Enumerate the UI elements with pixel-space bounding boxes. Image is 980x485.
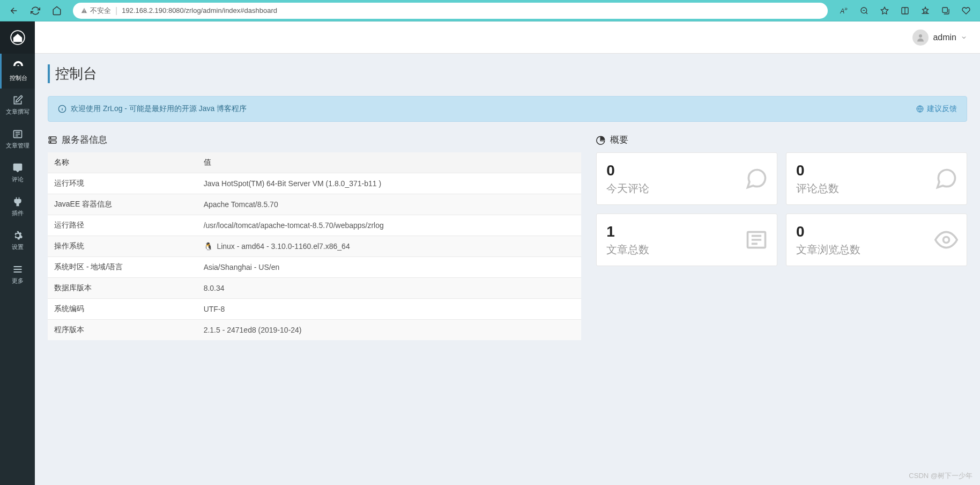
sidebar-label: 插件 (12, 209, 24, 217)
watermark: CSDN @树下一少年 (909, 471, 972, 481)
eye-icon (934, 228, 958, 252)
chat-icon (12, 163, 23, 173)
table-row: 程序版本2.1.5 - 2471ed8 (2019-10-24) (48, 320, 581, 341)
url-text: 192.168.2.190:8080/zrlog/admin/index#das… (122, 6, 277, 14)
performance-button[interactable] (957, 2, 975, 19)
row-name: 数据库版本 (48, 278, 197, 299)
arrow-left-icon (9, 6, 19, 16)
svg-rect-2 (942, 8, 947, 12)
row-name: 系统编码 (48, 299, 197, 320)
pie-icon (596, 135, 606, 145)
collections-button[interactable] (937, 2, 954, 19)
sidebar-item-dashboard[interactable]: 控制台 (0, 54, 35, 89)
zoom-out-icon (860, 6, 868, 15)
stat-card[interactable]: 1文章总数 (596, 214, 777, 266)
table-row: 数据库版本8.0.34 (48, 278, 581, 299)
sidebar-item-write[interactable]: 文章撰写 (0, 89, 35, 122)
row-value: Java HotSpot(TM) 64-Bit Server VM (1.8.0… (197, 173, 582, 194)
chevron-down-icon (961, 34, 967, 41)
favorites-button[interactable] (917, 2, 934, 19)
svg-point-11 (50, 142, 51, 143)
row-value: /usr/local/tomcat/apache-tomcat-8.5.70/w… (197, 215, 582, 236)
stat-value: 1 (606, 223, 767, 240)
refresh-button[interactable] (27, 2, 44, 19)
bars-icon (12, 264, 23, 275)
info-icon (58, 105, 66, 113)
refresh-icon (31, 6, 40, 16)
sidebar-item-more[interactable]: 更多 (0, 258, 35, 291)
dashboard-icon (12, 60, 24, 72)
browser-bar: 不安全 | 192.168.2.190:8080/zrlog/admin/ind… (0, 0, 980, 21)
main: admin 控制台 欢迎使用 ZrLog - 可能是最好用的开源 Java 博客… (35, 21, 980, 485)
username: admin (933, 33, 956, 42)
stat-value: 0 (796, 223, 957, 240)
sidebar-brand[interactable] (0, 21, 35, 54)
table-row: 系统时区 - 地域/语言Asia/Shanghai - US/en (48, 257, 581, 278)
avatar (912, 30, 929, 46)
overview-title: 概要 (596, 134, 967, 146)
heart-pulse-icon (962, 6, 970, 15)
th-value: 值 (197, 152, 582, 173)
stat-card[interactable]: 0文章浏览总数 (786, 214, 967, 266)
table-row: 运行路径/usr/local/tomcat/apache-tomcat-8.5.… (48, 215, 581, 236)
welcome-banner: 欢迎使用 ZrLog - 可能是最好用的开源 Java 博客程序 建议反馈 (48, 96, 967, 122)
url-bar[interactable]: 不安全 | 192.168.2.190:8080/zrlog/admin/ind… (73, 3, 828, 19)
user-icon (916, 33, 925, 42)
svg-point-5 (919, 34, 922, 38)
server-info-title: 服务器信息 (48, 134, 581, 146)
sidebar-label: 评论 (12, 175, 24, 183)
stat-label: 文章浏览总数 (796, 242, 957, 257)
home-icon (52, 6, 62, 16)
back-button[interactable] (5, 2, 23, 19)
reader-button[interactable]: A» (835, 2, 852, 19)
security-indicator: 不安全 (80, 6, 111, 16)
reader-icon: A» (840, 6, 848, 15)
feedback-link[interactable]: 建议反馈 (916, 104, 957, 114)
table-row: JavaEE 容器信息Apache Tomcat/8.5.70 (48, 194, 581, 215)
table-row: 运行环境Java HotSpot(TM) 64-Bit Server VM (1… (48, 173, 581, 194)
sidebar-label: 文章撰写 (6, 108, 29, 116)
collections-icon (941, 6, 950, 15)
th-name: 名称 (48, 152, 197, 173)
warning-icon (80, 7, 88, 14)
gear-icon (12, 230, 23, 241)
svg-point-13 (944, 237, 949, 243)
page-title: 控制台 (48, 64, 967, 83)
sidebar-label: 文章管理 (6, 142, 29, 150)
row-value: Asia/Shanghai - US/en (197, 257, 582, 278)
row-value: UTF-8 (197, 299, 582, 320)
row-name: 运行路径 (48, 215, 197, 236)
sidebar-item-articles[interactable]: 文章管理 (0, 122, 35, 156)
stat-value: 0 (606, 162, 767, 179)
stat-card[interactable]: 0今天评论 (596, 152, 777, 205)
sidebar-item-comments[interactable]: 评论 (0, 156, 35, 190)
table-row: 系统编码UTF-8 (48, 299, 581, 320)
sidebar-item-settings[interactable]: 设置 (0, 224, 35, 258)
favorites-icon (921, 6, 930, 15)
row-name: JavaEE 容器信息 (48, 194, 197, 215)
stat-card[interactable]: 0评论总数 (786, 152, 967, 205)
globe-icon (916, 105, 924, 113)
row-value: Apache Tomcat/8.5.70 (197, 194, 582, 215)
sidebar-item-plugins[interactable]: 插件 (0, 190, 35, 224)
svg-point-10 (50, 137, 51, 138)
home-button[interactable] (48, 2, 65, 19)
row-name: 系统时区 - 地域/语言 (48, 257, 197, 278)
star-icon (880, 6, 889, 15)
split-button[interactable] (896, 2, 914, 19)
row-value: 2.1.5 - 2471ed8 (2019-10-24) (197, 320, 582, 341)
row-value: 8.0.34 (197, 278, 582, 299)
stat-value: 0 (796, 162, 957, 179)
chat-icon (745, 167, 768, 190)
favorite-button[interactable] (876, 2, 893, 19)
table-row: 操作系统🐧 Linux - amd64 - 3.10.0-1160.el7.x8… (48, 236, 581, 257)
user-menu[interactable]: admin (912, 30, 967, 46)
zoom-button[interactable] (856, 2, 873, 19)
sidebar: 控制台 文章撰写 文章管理 评论 插件 设置 更多 (0, 21, 35, 485)
sidebar-label: 设置 (12, 243, 24, 251)
plug-icon (12, 196, 23, 207)
edit-icon (12, 95, 23, 106)
split-icon (901, 6, 909, 15)
welcome-text: 欢迎使用 ZrLog - 可能是最好用的开源 Java 博客程序 (71, 104, 247, 114)
stat-label: 文章总数 (606, 242, 767, 257)
